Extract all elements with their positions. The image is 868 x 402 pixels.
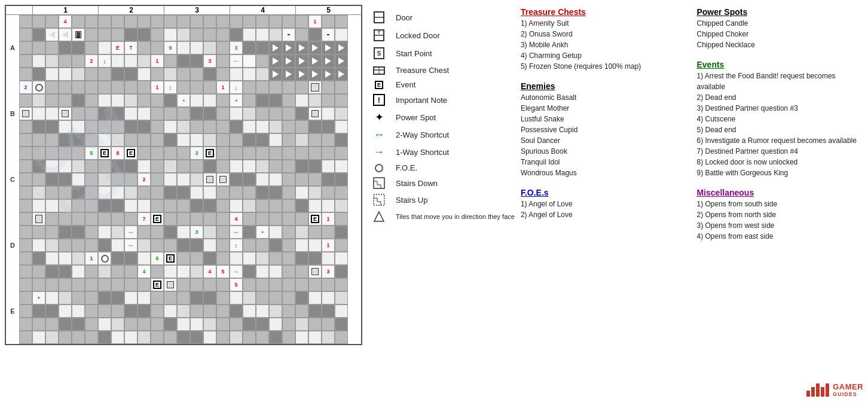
- grid-cell: [295, 331, 308, 344]
- grid-cell: [72, 278, 85, 291]
- grid-cell: [177, 278, 190, 291]
- grid-cell: [151, 304, 164, 318]
- grid-cell: [269, 41, 282, 54]
- grid-cell: [243, 318, 256, 331]
- grid-cell: [45, 54, 59, 68]
- grid-cell: [216, 68, 230, 81]
- grid-cell: [124, 265, 137, 278]
- row-header: [6, 212, 19, 226]
- grid-cell: E: [111, 41, 124, 54]
- col-header-1: 1: [32, 6, 98, 14]
- grid-cell: [72, 133, 85, 147]
- grid-cell: [19, 239, 32, 252]
- grid-cell: [308, 304, 322, 318]
- grid-cell: [282, 173, 295, 186]
- grid-cell: [59, 54, 72, 68]
- grid-cell: [111, 252, 124, 265]
- grid-cell: [98, 133, 111, 147]
- miscellaneous-title: Miscellaneous: [696, 188, 863, 197]
- grid-cell: [164, 68, 177, 81]
- grid-cell: [190, 107, 203, 120]
- grid-cell: [256, 186, 269, 199]
- grid-cell: [45, 318, 59, 331]
- legend-2way-shortcut: ↔ 2-Way Shortcut: [368, 129, 515, 141]
- col-header-5: 5: [295, 6, 361, 14]
- grid-cell: [137, 331, 151, 344]
- row-header: [6, 186, 19, 199]
- grid-cell: [256, 81, 269, 94]
- grid-cell: [269, 107, 282, 120]
- map-row: E: [6, 304, 361, 318]
- grid-cell: [203, 304, 216, 318]
- grid-cell: [256, 318, 269, 331]
- grid-cell: [19, 291, 32, 304]
- row-header: [6, 265, 19, 278]
- grid-cell: 3: [190, 147, 203, 160]
- grid-cell: [295, 54, 308, 68]
- grid-cell: [269, 239, 282, 252]
- grid-cell: [216, 54, 230, 68]
- grid-cell: [256, 133, 269, 147]
- grid-cell: [59, 318, 72, 331]
- map-row: [6, 331, 361, 344]
- grid-cell: [85, 265, 98, 278]
- grid-cell: [295, 147, 308, 160]
- grid-cell: [98, 81, 111, 94]
- grid-cell: [243, 212, 256, 226]
- grid-cell: [203, 160, 216, 173]
- grid-cell: [111, 94, 124, 107]
- grid-cell: [164, 199, 177, 212]
- grid-cell: [335, 133, 348, 147]
- grid-cell: [98, 199, 111, 212]
- grid-cell: [72, 15, 85, 28]
- grid-cell: [322, 54, 335, 68]
- map-row: [6, 186, 361, 199]
- legend-treasure-chest: Treasure Chest: [368, 65, 515, 75]
- map-grid: 41▓AET932↕13←21↕1↓✦✦B5E8E3EC27E4E1↔3↔✦D↔…: [6, 15, 361, 344]
- grid-cell: [59, 173, 72, 186]
- grid-cell: [85, 331, 98, 344]
- grid-cell: [111, 15, 124, 28]
- grid-cell: [98, 278, 111, 291]
- grid-cell: [137, 199, 151, 212]
- grid-cell: [282, 81, 295, 94]
- important-box-icon: !: [373, 94, 385, 106]
- treasure-chest-icon: [368, 65, 390, 75]
- map-row: 5E8E3E: [6, 147, 361, 160]
- grid-cell: [308, 199, 322, 212]
- grid-cell: [308, 120, 322, 133]
- legend-1way-shortcut-label: 1-Way Shortcut: [396, 148, 449, 157]
- grid-cell: [335, 331, 348, 344]
- grid-cell: [124, 81, 137, 94]
- grid-cell: [85, 160, 98, 173]
- grid-cell: [216, 94, 230, 107]
- grid-cell: [216, 252, 230, 265]
- grid-cell: [32, 212, 45, 226]
- grid-cell: [295, 41, 308, 54]
- grid-cell: [32, 81, 45, 94]
- grid-cell: [72, 239, 85, 252]
- grid-cell: [269, 68, 282, 81]
- locked-door-icon: T: [368, 29, 390, 42]
- grid-cell: [45, 239, 59, 252]
- grid-cell: [111, 160, 124, 173]
- grid-cell: [19, 304, 32, 318]
- grid-cell: [269, 226, 282, 239]
- grid-cell: [164, 28, 177, 41]
- enemies-block: Enemies Autonomic Basalt Elegant Mother …: [521, 81, 687, 178]
- legend-stairs-up: Stairs Up: [368, 194, 515, 206]
- info-col-1: Treasure Chests 1) Amenity Suit 2) Onusa…: [521, 7, 687, 397]
- grid-cell: [177, 54, 190, 68]
- grid-cell: [111, 107, 124, 120]
- grid-cell: [19, 252, 32, 265]
- grid-cell: [190, 28, 203, 41]
- grid-cell: [190, 331, 203, 344]
- grid-cell: [322, 278, 335, 291]
- grid-cell: [203, 94, 216, 107]
- grid-cell: [269, 199, 282, 212]
- grid-cell: [177, 81, 190, 94]
- event-item-2: 2) Dead end: [696, 92, 863, 103]
- grid-cell: [230, 199, 243, 212]
- grid-cell: [124, 120, 137, 133]
- grid-cell: [308, 81, 322, 94]
